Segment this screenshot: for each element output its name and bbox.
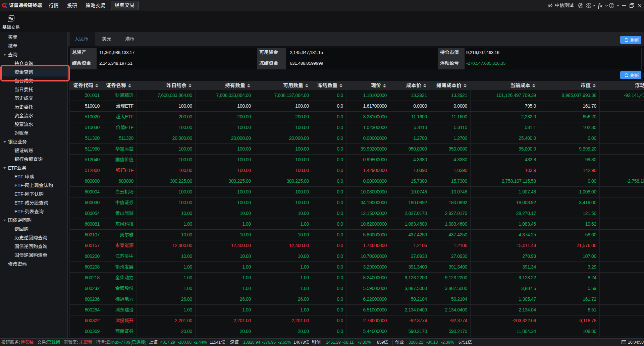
svg-text:?: ?: [611, 4, 613, 7]
